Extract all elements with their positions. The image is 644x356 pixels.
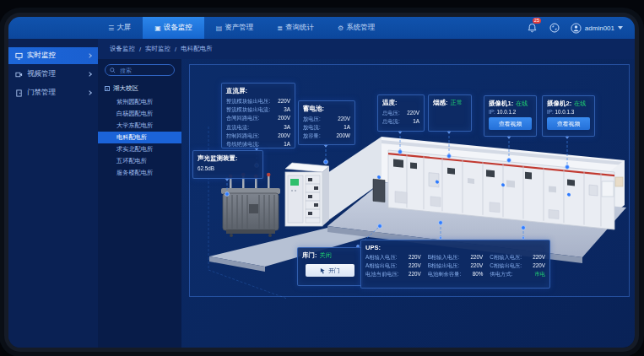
sidebar-item-video[interactable]: 视频管理 — [8, 66, 98, 83]
tree-item-active[interactable]: 电科配电所 — [98, 132, 181, 143]
breadcrumb-segment[interactable]: 电科配电所 — [181, 45, 213, 53]
tree-search-input[interactable] — [118, 67, 170, 74]
field-label: 总电流: — [382, 117, 400, 126]
field-label: A相输出电压: — [365, 262, 397, 270]
field-value: 220V — [533, 262, 545, 270]
camera1-status: 在线 — [516, 100, 528, 108]
nav-label: 大屏 — [116, 23, 131, 33]
sidebar-item-access[interactable]: 门禁管理 — [8, 84, 98, 101]
screen-icon: ☰ — [108, 24, 114, 32]
field-value: 220V — [407, 109, 419, 117]
camera2-ip: 10.0.1.3 — [555, 109, 574, 115]
field-value: 220V — [409, 270, 421, 278]
panel-title: 烟感: — [433, 99, 448, 107]
dc-screen-panel: 直流屏: 整流模块输出电压:220V 整流模块输出电流:3A 合闸回路电压:20… — [221, 83, 295, 148]
field-label: 放电流: — [303, 123, 321, 132]
field-value: 200V — [278, 132, 290, 140]
nav-item-dashboard[interactable]: ☰ 大屏 — [96, 17, 143, 39]
navbar-right: 25 admin001 — [527, 17, 623, 39]
panel-title: 蓄电池: — [303, 105, 350, 113]
field-value: 200W — [337, 132, 350, 140]
door-access-icon — [15, 89, 23, 97]
noise-monitor-panel: 声光监测装置: 62.5dB — [192, 150, 263, 179]
field-label: 合闸回路电压: — [226, 114, 260, 122]
field-label: 直流电流: — [226, 123, 249, 132]
sidebar-item-label: 门禁管理 — [27, 88, 84, 98]
nav-label: 设备监控 — [164, 23, 192, 33]
tree-item[interactable]: 求实北配电所 — [98, 143, 181, 155]
field-label: C相输出电压: — [490, 262, 522, 270]
notification-badge: 25 — [533, 18, 541, 24]
field-label: 放电压: — [303, 115, 321, 123]
user-menu[interactable]: admin001 — [571, 23, 623, 34]
field-value: 80% — [473, 270, 484, 278]
field-value: 220V — [278, 97, 290, 105]
field-value: 220V — [471, 253, 484, 262]
nav-label: 系统管理 — [346, 23, 375, 33]
field-label: 电池剩余容量: — [428, 270, 462, 278]
nav-label: 资产管理 — [225, 23, 253, 33]
camera2-status: 在线 — [574, 100, 586, 108]
battery-panel: 蓄电池: 放电压:220V 放电流:1A 放容量:200W — [298, 100, 355, 145]
tree-root-node[interactable]: 湖大校区 — [105, 84, 181, 93]
notification-bell-button[interactable]: 25 — [527, 22, 538, 34]
field-value: 200V — [278, 114, 290, 122]
tree-search — [105, 64, 175, 76]
field-value: 3A — [284, 123, 290, 132]
field-value: 3A — [284, 105, 290, 114]
camera1-panel: 摄像机1: 在线 IP: 10.0.1.2 查看视频 — [484, 95, 537, 137]
field-label: 整流模块输出电压: — [226, 97, 270, 105]
nav-item-stats[interactable]: ≣ 查询统计 — [265, 17, 326, 39]
ip-label: IP: — [489, 109, 495, 115]
screen-background: ☰ 大屏 ▣ 设备监控 ▤ 资产管理 ≣ 查询统计 ⚙ 系统管理 — [0, 0, 644, 356]
camera1-view-video-button[interactable]: 查看视频 — [489, 117, 532, 130]
top-navbar: ☰ 大屏 ▣ 设备监控 ▤ 资产管理 ≣ 查询统计 ⚙ 系统管理 — [8, 17, 635, 39]
collapse-icon — [105, 86, 110, 91]
user-avatar-icon — [571, 23, 582, 34]
sidebar-item-realtime[interactable]: 实时监控 — [8, 47, 98, 64]
field-value: 1A — [413, 117, 419, 126]
field-label: 总电压: — [382, 109, 400, 117]
temperature-panel: 温度: 总电压:220V 总电流:1A — [377, 94, 425, 132]
app-window: ☰ 大屏 ▣ 设备监控 ▤ 资产管理 ≣ 查询统计 ⚙ 系统管理 — [8, 17, 635, 348]
field-label: 母线绝缘电流: — [226, 140, 260, 148]
camera2-panel: 摄像机2: 在线 IP: 10.0.1.3 查看视频 — [542, 95, 595, 137]
field-value: 220V — [338, 115, 350, 123]
field-label: 供电方式: — [490, 270, 512, 278]
smoke-sensor-panel: 烟感: 正常 — [428, 94, 472, 132]
nav-item-assets[interactable]: ▤ 资产管理 — [204, 17, 266, 39]
settings-icon: ⚙ — [338, 24, 344, 32]
camera2-view-video-button[interactable]: 查看视频 — [547, 117, 590, 130]
cursor-icon — [320, 267, 326, 274]
tree-item[interactable]: 紫荆园配电所 — [98, 96, 181, 108]
chevron-right-icon — [87, 72, 92, 77]
left-sidebar: 实时监控 视频管理 门禁管理 — [8, 39, 98, 348]
noise-value: 62.5dB — [198, 165, 214, 173]
breadcrumb-separator: / — [139, 46, 141, 53]
breadcrumb-segment[interactable]: 设备监控 — [110, 45, 135, 53]
open-door-label: 开门 — [328, 267, 340, 275]
nav-items: ☰ 大屏 ▣ 设备监控 ▤ 资产管理 ≣ 查询统计 ⚙ 系统管理 — [96, 17, 387, 39]
tree-item[interactable]: 白杨园配电所 — [98, 108, 181, 120]
open-door-button[interactable]: 开门 — [306, 264, 354, 277]
tree-item[interactable]: 服务楼配电所 — [98, 167, 181, 179]
sidebar-item-label: 实时监控 — [27, 51, 84, 61]
chevron-right-icon — [87, 53, 92, 58]
fullscreen-button[interactable] — [549, 22, 560, 34]
tree-root-label: 湖大校区 — [113, 84, 138, 93]
panel-title: 声光监测装置: — [198, 154, 258, 163]
field-label: 放容量: — [303, 132, 321, 140]
username: admin001 — [585, 24, 614, 32]
field-value: 220V — [533, 253, 545, 262]
tree-item[interactable]: 五环配电所 — [98, 155, 181, 167]
nav-item-system[interactable]: ⚙ 系统管理 — [326, 17, 387, 39]
video-camera-icon — [15, 71, 23, 78]
fullscreen-icon — [549, 23, 560, 33]
camera1-ip: 10.0.1.2 — [496, 109, 516, 115]
nav-item-device-monitor[interactable]: ▣ 设备监控 — [143, 17, 204, 39]
panel-title: UPS: — [365, 244, 545, 251]
breadcrumb-segment[interactable]: 实时监控 — [145, 45, 170, 53]
tree-item[interactable]: 大学东配电所 — [98, 120, 181, 132]
sidebar-item-label: 视频管理 — [27, 69, 84, 79]
power-mode-value: 市电 — [534, 270, 545, 278]
